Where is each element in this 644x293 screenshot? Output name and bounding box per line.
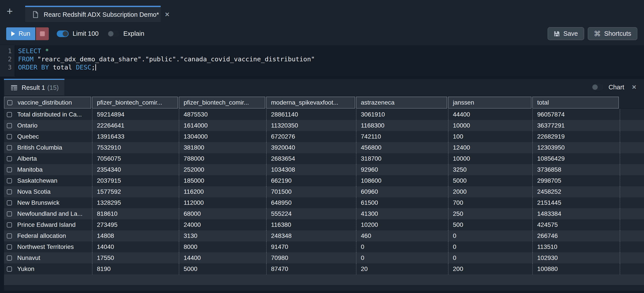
table-row: Manitoba23543402520001034308929603250373… [4, 164, 644, 175]
row-checkbox[interactable] [7, 222, 12, 228]
table-cell: 1328295 [92, 197, 179, 208]
table-cell: 116200 [179, 186, 266, 197]
column-header-astrazeneca[interactable]: astrazeneca [356, 97, 447, 108]
run-button[interactable]: Run [6, 27, 35, 40]
table-cell: 96057874 [532, 109, 620, 120]
row-filler [620, 186, 644, 197]
cell-value: 1577592 [97, 188, 121, 195]
shortcuts-button[interactable]: ⌘ Shortcuts [588, 27, 638, 40]
cell-value: Saskatchewan [17, 177, 58, 184]
results-close-icon[interactable]: ✕ [632, 84, 636, 91]
stop-button[interactable] [36, 27, 49, 40]
row-filler [620, 153, 644, 164]
table-cell: 1168300 [356, 120, 448, 131]
cell-value: 41300 [361, 210, 378, 217]
run-button-label: Run [18, 30, 30, 37]
table-row: Northwest Territories1404080009147000113… [4, 241, 644, 252]
cell-value: 3061910 [361, 111, 385, 118]
editor-tab[interactable]: Rearc Redshift ADX Subscription Demo* ✕ [25, 6, 161, 22]
table-cell: 3250 [448, 164, 532, 175]
column-header-pfizer-biontech-comir[interactable]: pfizer_biontech_comir... [179, 97, 265, 108]
cell-value: 8000 [184, 243, 197, 250]
limit-toggle[interactable] [57, 30, 69, 37]
cell-value: 68000 [184, 210, 201, 217]
cell-value: 648950 [271, 199, 292, 206]
table-cell: 10000 [448, 120, 532, 131]
table-cell: 68000 [179, 208, 266, 219]
column-header-moderna-spikevaxfoot[interactable]: moderna_spikevaxfoot... [266, 97, 355, 108]
row-checkbox[interactable] [7, 200, 12, 206]
cell-value: 61500 [361, 199, 378, 206]
table-cell: 2998705 [532, 175, 620, 186]
table-cell: 108600 [356, 175, 448, 186]
cell-value: 200 [453, 266, 463, 272]
table-cell: Saskatchewan [4, 175, 92, 186]
row-filler [620, 264, 644, 274]
table-cell: 3130 [179, 230, 266, 241]
sql-editor[interactable]: 123 SELECT *FROM "rearc_adx_demo_data_sh… [0, 45, 644, 76]
cell-value: 250 [453, 210, 463, 217]
column-header-vaccine-distribution[interactable]: vaccine_distribution [4, 97, 91, 108]
cell-value: 555224 [271, 210, 292, 217]
cell-value: 0 [453, 243, 456, 250]
cell-value: 116380 [271, 221, 291, 228]
column-header-label: astrazeneca [361, 99, 394, 106]
chart-controls: Chart ✕ [592, 84, 636, 91]
column-header-total[interactable]: total [532, 97, 619, 108]
row-checkbox[interactable] [7, 167, 12, 172]
cell-value: 11320350 [271, 122, 298, 129]
row-checkbox[interactable] [7, 156, 12, 161]
table-header-row: vaccine_distributionpfizer_biontech_comi… [4, 96, 644, 109]
table-cell: 20 [356, 264, 448, 274]
explain-toggle[interactable] [108, 30, 120, 37]
editor-code[interactable]: SELECT *FROM "rearc_adx_demo_data_share"… [14, 45, 644, 76]
column-header-janssen[interactable]: janssen [448, 97, 532, 108]
cell-value: 17550 [97, 254, 114, 262]
row-checkbox[interactable] [7, 256, 12, 260]
table-cell: 381800 [179, 142, 266, 153]
new-tab-button[interactable]: + [3, 0, 16, 22]
table-cell: 1483384 [532, 208, 620, 219]
table-cell: 0 [356, 241, 448, 252]
cell-value: 1614000 [184, 122, 208, 129]
row-checkbox[interactable] [7, 123, 12, 128]
chart-toggle[interactable] [592, 84, 604, 90]
row-checkbox[interactable] [7, 266, 12, 272]
table-cell: 460 [356, 230, 448, 241]
cell-value: 818610 [97, 210, 118, 217]
select-all-checkbox[interactable] [7, 100, 12, 105]
row-checkbox[interactable] [7, 145, 12, 150]
row-checkbox[interactable] [7, 234, 12, 238]
row-checkbox[interactable] [7, 244, 12, 250]
table-cell: Northwest Territories [4, 241, 92, 252]
row-checkbox[interactable] [7, 178, 12, 183]
table-cell: 0 [448, 241, 532, 252]
header-filler [620, 97, 644, 108]
table-cell: 266746 [532, 230, 620, 241]
cell-value: 24000 [184, 221, 201, 228]
table-cell: 2000 [448, 186, 532, 197]
cell-value: 700 [453, 199, 463, 206]
chart-toggle-label: Chart [608, 84, 624, 91]
column-header-pfizer-biontech-comir[interactable]: pfizer_biontech_comir... [92, 97, 178, 108]
row-checkbox[interactable] [7, 134, 12, 139]
cell-value: 13916433 [97, 133, 124, 140]
save-button[interactable]: Save [548, 27, 584, 40]
row-checkbox[interactable] [7, 112, 12, 117]
row-checkbox[interactable] [7, 211, 12, 216]
table-cell: 248348 [266, 230, 356, 241]
cell-value: 3736858 [537, 166, 561, 173]
table-cell: 14400 [179, 252, 266, 264]
table-body: Total distributed in Ca...59214894487553… [4, 109, 644, 274]
cell-value: 1328295 [97, 199, 121, 206]
table-cell: 12303950 [532, 142, 620, 153]
cell-value: 2354340 [97, 166, 121, 173]
result-tab[interactable]: Result 1 (15) [4, 79, 64, 96]
row-checkbox[interactable] [7, 189, 12, 194]
cell-value: 87470 [271, 266, 288, 272]
cell-value: 6720276 [271, 133, 295, 140]
cell-value: Nunavut [17, 254, 40, 262]
tab-close-icon[interactable]: ✕ [165, 11, 170, 18]
row-filler [620, 164, 644, 175]
cell-value: 273495 [97, 221, 118, 228]
